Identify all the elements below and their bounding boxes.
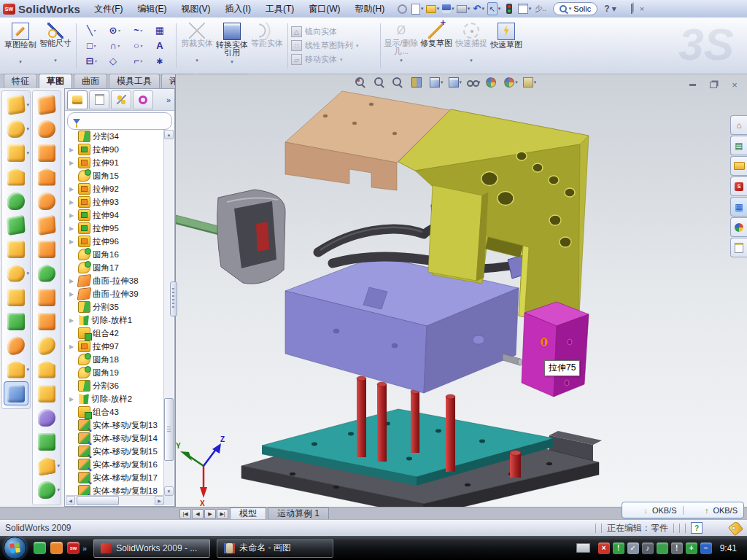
sketch-entity-button[interactable]: ○▾ xyxy=(126,41,150,51)
quick-launch-icon[interactable] xyxy=(50,542,63,554)
sketch-entity-button[interactable]: A▾ xyxy=(150,41,173,51)
toolbar-button[interactable]: ▾ xyxy=(4,381,28,405)
pin-icon[interactable] xyxy=(395,3,409,15)
tab-property-manager[interactable] xyxy=(89,90,109,109)
menu-item[interactable]: 视图(V) xyxy=(175,1,217,18)
scroll-right-button[interactable]: ▶ xyxy=(155,496,164,505)
expand-arrow-icon[interactable]: ▶ xyxy=(69,343,76,350)
feature-tree-item[interactable]: ▶ 分割34 xyxy=(66,130,164,143)
feature-tree-item[interactable]: ▶ 圆角17 xyxy=(66,261,164,274)
menu-item[interactable]: 窗口(W) xyxy=(302,1,347,18)
toolbar-button[interactable]: ▾ xyxy=(34,478,59,502)
scroll-down-button[interactable]: ▼ xyxy=(164,486,174,496)
feature-tree-item[interactable]: ▶ 组合43 xyxy=(66,405,164,419)
ribbon-button[interactable]: 等距实体 ▾ xyxy=(249,20,285,71)
taskbar-window-button[interactable]: 未命名 - 画图 xyxy=(217,539,333,558)
expand-arrow-icon[interactable]: ▶ xyxy=(69,396,76,402)
select-button[interactable]: ↖▾ xyxy=(487,3,500,15)
3d-model-exploded-mold-assembly[interactable]: X Y Z xyxy=(176,74,747,507)
tray-icon[interactable]: ! xyxy=(613,542,624,554)
expand-arrow-icon[interactable]: ▶ xyxy=(69,317,76,324)
expand-arrow-icon[interactable]: ▶ xyxy=(69,160,76,166)
expand-arrow-icon[interactable]: ▶ xyxy=(69,278,76,284)
last-tab-button[interactable]: ▶| xyxy=(217,509,228,519)
command-manager-tab[interactable]: 特征 xyxy=(4,74,37,88)
ribbon-stack-button[interactable]: △ 镜向实体 ▾ xyxy=(291,26,377,37)
expand-arrow-icon[interactable]: ▶ xyxy=(69,212,76,219)
feature-tree-item[interactable]: ▶ 拉伸93 xyxy=(66,195,164,209)
print-button[interactable]: ▾ xyxy=(457,3,470,15)
feature-tree-item[interactable]: ▶ 实体-移动/复制17 xyxy=(66,471,164,484)
feature-tree-item[interactable]: ▶ 拉伸96 xyxy=(66,235,164,248)
doc-close-button[interactable]: × xyxy=(729,80,740,90)
feature-tree-item[interactable]: ▶ 拉伸92 xyxy=(66,182,164,195)
feature-tree-item[interactable]: ▶ 实体-移动/复制16 xyxy=(66,458,164,471)
ribbon-button[interactable]: 转换实体引用 ▾ xyxy=(214,20,249,71)
task-pane-tab[interactable]: ▤ xyxy=(730,136,747,155)
toolbar-button[interactable]: ▾ xyxy=(34,165,59,189)
tab-dimxpert-manager[interactable] xyxy=(133,90,153,109)
prev-tab-button[interactable]: ◀ xyxy=(192,509,204,519)
feature-tree-item[interactable]: ▶ 圆角19 xyxy=(66,366,164,379)
open-button[interactable]: ▾ xyxy=(426,3,439,15)
tray-icon[interactable]: + xyxy=(686,542,697,554)
ribbon-button[interactable]: 显示/删除几... ▾ xyxy=(384,20,419,71)
command-manager-tab[interactable]: 草图 xyxy=(39,74,72,88)
options-button[interactable]: ▾ xyxy=(518,3,531,15)
model-tab[interactable]: 模型 xyxy=(230,508,266,520)
next-tab-button[interactable]: ▶ xyxy=(204,509,216,519)
menu-item[interactable]: 文件(F) xyxy=(88,1,129,18)
sketch-entity-button[interactable]: ◇▾ xyxy=(103,56,126,66)
feature-tree-item[interactable]: ▶ 实体-移动/复制13 xyxy=(66,419,164,432)
feature-tree-item[interactable]: ▶ 曲面-拉伸38 xyxy=(66,274,164,287)
feature-tree-item[interactable]: ▶ 圆角18 xyxy=(66,353,164,366)
toolbar-button[interactable]: ▾ xyxy=(34,117,59,141)
command-manager-tab[interactable]: 模具工具 xyxy=(109,74,160,88)
scroll-thumb[interactable] xyxy=(77,496,119,505)
sketch-entity-button[interactable]: ~▾ xyxy=(126,26,150,36)
view-tool-button[interactable]: ▾ xyxy=(523,77,537,88)
toolbar-button[interactable]: ▾ xyxy=(4,117,28,141)
ribbon-button[interactable]: 修复草图 ▾ xyxy=(419,20,454,71)
menu-item[interactable]: 编辑(E) xyxy=(131,1,174,18)
feature-tree-item[interactable]: ▶ 实体-移动/复制18 xyxy=(66,484,164,496)
toolbar-button[interactable]: ▾ xyxy=(4,165,28,189)
task-pane-tab[interactable]: ▦ xyxy=(730,197,747,217)
scroll-up-button[interactable]: ▲ xyxy=(164,130,174,139)
sketch-entity-button[interactable]: □▾ xyxy=(80,41,103,51)
ribbon-button[interactable]: 草图绘制 ▾ xyxy=(3,20,38,71)
tree-filter-input[interactable] xyxy=(67,112,172,130)
ribbon-stack-button[interactable]: ▱ 移动实体 ▾ xyxy=(291,54,377,65)
feature-tree-item[interactable]: ▶ 拉伸94 xyxy=(66,209,164,222)
search-dropdown-icon[interactable]: ▾ xyxy=(569,6,572,12)
part-core-block[interactable] xyxy=(285,256,522,393)
toolbar-button[interactable]: ▾ xyxy=(34,309,59,333)
scroll-thumb[interactable] xyxy=(164,398,174,461)
feature-tree-item[interactable]: ▶ 拉伸90 xyxy=(66,143,164,156)
toolbar-button[interactable]: ▾ xyxy=(34,333,59,357)
command-manager-tab[interactable]: 曲面 xyxy=(74,74,107,88)
part-side-block[interactable] xyxy=(522,302,589,397)
sketch-entity-button[interactable]: ⊙▾ xyxy=(103,26,126,36)
help-button[interactable]: ? ▾ xyxy=(604,4,616,14)
toolbar-button[interactable]: ▾ xyxy=(34,381,59,405)
sketch-entity-button[interactable]: ∗▾ xyxy=(150,56,173,66)
view-tool-button[interactable]: ▾ xyxy=(449,77,462,88)
tag-icon[interactable] xyxy=(728,520,743,535)
feature-tree-item[interactable]: ▶ 分割35 xyxy=(66,300,164,314)
feature-tree-item[interactable]: ▶ 分割36 xyxy=(66,379,164,392)
quick-launch-icon[interactable]: SW xyxy=(67,542,80,554)
tree-horizontal-scrollbar[interactable]: ◀ ▶ xyxy=(66,495,164,505)
toolbar-button[interactable]: ▾ xyxy=(34,213,59,237)
task-pane-tab[interactable] xyxy=(730,217,747,237)
toolbar-button[interactable]: ▾ xyxy=(4,237,28,261)
undo-button[interactable]: ↶▾ xyxy=(472,3,485,15)
feature-tree-item[interactable]: ▶ 实体-移动/复制14 xyxy=(66,432,164,445)
sketch-entity-button[interactable]: ⌐▾ xyxy=(126,56,150,66)
view-tool-button[interactable]: ▾ xyxy=(411,77,425,88)
feature-tree-item[interactable]: ▶ 圆角16 xyxy=(66,248,164,261)
toolbar-button[interactable]: ▾ xyxy=(4,285,28,309)
quick-tips-button[interactable]: ? xyxy=(691,522,703,534)
first-tab-button[interactable]: |◀ xyxy=(179,509,191,519)
ribbon-button[interactable]: 智能尺寸 ▾ xyxy=(38,20,73,71)
